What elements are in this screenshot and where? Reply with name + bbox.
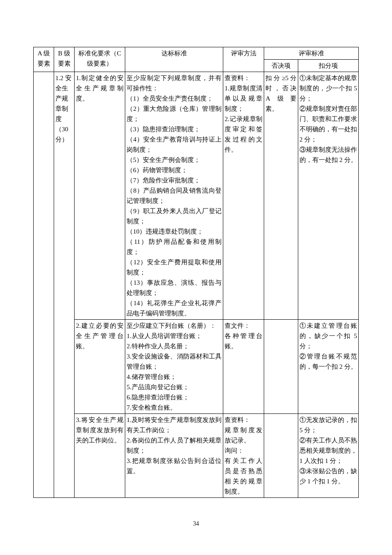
header-f-group: 评审标准: [264, 47, 359, 60]
cell-f: 扣分≥5分时，否决 A 级要素。: [264, 72, 298, 320]
table-row: 3.将安全生产规章制度发放到有关的工作岗位。 1.及时将安全生产规章制度发放到有…: [34, 414, 359, 498]
cell-g: ①未建立管理台账的，缺少一个扣 5 分；②管理台账不规范的，每一个扣 2 分。: [298, 320, 358, 414]
cell-e: 查资料：规章制度发放记录。询问：有关工作人员是否熟悉相关的规章制度。: [223, 414, 264, 498]
header-b: B 级要素: [54, 47, 75, 72]
header-d: 达标标准: [125, 47, 223, 72]
table-row: 2.建立必要的安全生产管理台账。 至少应建立下列台账（名册）：1.从业人员培训管…: [34, 320, 359, 414]
header-c: 标准化要求（C 级要素）: [75, 47, 125, 72]
standards-table: A 级要素 B 级要素 标准化要求（C 级要素） 达标标准 评审方法 评审标准 …: [33, 47, 359, 498]
cell-c: 2.建立必要的安全生产管理台账。: [75, 320, 125, 414]
header-f: 否决项: [264, 60, 298, 72]
cell-a: [34, 72, 54, 498]
cell-f: [264, 320, 298, 414]
cell-g: ①无发放记录的，扣 5 分；②有关工作人员不熟悉相关规章制度的，1 人次扣 1 …: [298, 414, 358, 498]
cell-e: 查文件：各种管理台账。: [223, 320, 264, 414]
header-a: A 级要素: [34, 47, 54, 72]
cell-c: 1.制定健全的安全生产规章制度。: [75, 72, 125, 320]
cell-d: 至少应制定下列规章制度，并有可操作性：（1）全员安全生产责任制度；（2）重大危险…: [125, 72, 223, 320]
page-number: 34: [33, 519, 359, 529]
cell-c: 3.将安全生产规章制度发放到有关的工作岗位。: [75, 414, 125, 498]
header-g: 扣分项: [298, 60, 358, 72]
cell-g: ①未制定基本的规章制度的，少一个扣 5 分；②规章制度对责任部门、职责和工作要求…: [298, 72, 358, 320]
cell-d: 至少应建立下列台账（名册）：1.从业人员培训管理台账；2.特种作业人员名册；3.…: [125, 320, 223, 414]
cell-b: 1.2 安全生产规章制度（30分）: [54, 72, 75, 498]
cell-e: 查资料：1.规章制度清单以及规章制度；2.记录规章制度审定和签发过程的文件。: [223, 72, 264, 320]
cell-f: [264, 414, 298, 498]
cell-d: 1.及时将安全生产规章制度发放到有关工作岗位；2.各岗位的工作人员了解相关规章制…: [125, 414, 223, 498]
header-e: 评审方法: [223, 47, 264, 72]
table-row: 1.2 安全生产规章制度（30分） 1.制定健全的安全生产规章制度。 至少应制定…: [34, 72, 359, 320]
